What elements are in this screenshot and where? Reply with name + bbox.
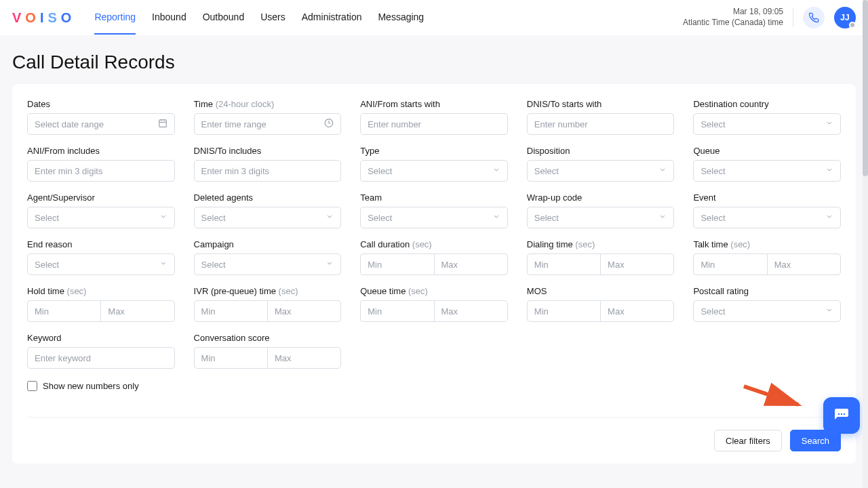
field-conv-score: Conversation score Min Max — [194, 333, 342, 369]
select-agent[interactable]: Select — [27, 207, 175, 228]
select-event[interactable]: Select — [693, 207, 841, 228]
input-call-duration-min[interactable]: Min — [360, 253, 433, 275]
input-mos-max[interactable]: Max — [600, 300, 674, 322]
input-dnis-starts[interactable]: Enter number — [527, 113, 675, 135]
input-conv-min[interactable]: Min — [194, 347, 267, 369]
svg-point-5 — [838, 413, 840, 415]
label-dest-country: Destination country — [693, 99, 841, 109]
input-queue-max[interactable]: Max — [434, 300, 508, 322]
calendar-icon — [158, 119, 167, 130]
field-mos: MOS Min Max — [527, 286, 675, 322]
clear-filters-button[interactable]: Clear filters — [714, 430, 782, 451]
select-postcall[interactable]: Select — [693, 300, 841, 322]
chevron-down-icon — [159, 213, 167, 223]
scrollbar-thumb[interactable] — [863, 0, 868, 176]
input-hold-max[interactable]: Max — [100, 300, 174, 322]
select-queue[interactable]: Select — [693, 160, 841, 182]
clock-datetime: Mar 18, 09:05 — [683, 7, 783, 18]
nav-outbound[interactable]: Outbound — [203, 1, 245, 35]
field-campaign: Campaign Select — [194, 239, 342, 275]
input-ani-starts[interactable]: Enter number — [360, 113, 508, 135]
filter-card: Dates Select date range Time (24-hour cl… — [12, 84, 856, 464]
select-campaign[interactable]: Select — [194, 253, 342, 275]
chevron-down-icon — [825, 213, 833, 223]
select-type[interactable]: Select — [360, 160, 508, 182]
field-agent: Agent/Supervisor Select — [27, 192, 175, 228]
field-keyword: Keyword Enter keyword — [27, 333, 175, 369]
checkbox-row: Show new numbers only — [27, 381, 841, 391]
field-hold-time: Hold time (sec) Min Max — [27, 286, 175, 322]
checkbox-label: Show new numbers only — [43, 381, 139, 391]
input-ivr-max[interactable]: Max — [267, 300, 341, 322]
field-queue-time: Queue time (sec) Min Max — [360, 286, 508, 322]
divider — [793, 8, 793, 27]
avatar[interactable]: JJ — [834, 7, 856, 28]
chevron-down-icon — [825, 166, 833, 176]
field-type: Type Select — [360, 146, 508, 182]
input-talk-min[interactable]: Min — [693, 253, 766, 275]
field-dialing-time: Dialing time (sec) Min Max — [527, 239, 675, 275]
chevron-down-icon — [658, 213, 667, 223]
actions: Clear filters Search — [27, 417, 841, 451]
nav-messaging[interactable]: Messaging — [378, 1, 424, 35]
label-time: Time (24-hour clock) — [194, 99, 342, 109]
nav-links: Reporting Inbound Outbound Users Adminis… — [94, 1, 424, 35]
nav-reporting[interactable]: Reporting — [94, 1, 136, 35]
chevron-down-icon — [326, 213, 334, 223]
label-dates: Dates — [27, 99, 175, 109]
phone-icon[interactable] — [803, 7, 825, 28]
clock-block: Mar 18, 09:05 Atlantic Time (Canada) tim… — [683, 7, 783, 28]
field-dnis-includes: DNIS/To includes Enter min 3 digits — [194, 146, 342, 182]
input-ani-includes[interactable]: Enter min 3 digits — [27, 160, 175, 182]
label-ani-starts: ANI/From starts with — [360, 99, 508, 109]
select-disposition[interactable]: Select — [527, 160, 675, 182]
scrollbar[interactable] — [863, 0, 868, 476]
chat-fab[interactable] — [823, 397, 860, 434]
field-wrapup: Wrap-up code Select — [527, 192, 675, 228]
input-ivr-min[interactable]: Min — [194, 300, 267, 322]
input-call-duration-max[interactable]: Max — [434, 253, 508, 275]
chevron-down-icon — [825, 306, 833, 317]
input-mos-min[interactable]: Min — [527, 300, 600, 322]
field-talk-time: Talk time (sec) Min Max — [693, 239, 841, 275]
input-dialing-max[interactable]: Max — [600, 253, 674, 275]
field-dates: Dates Select date range — [27, 99, 175, 135]
svg-rect-0 — [159, 120, 166, 127]
field-disposition: Disposition Select — [527, 146, 675, 182]
input-queue-min[interactable]: Min — [360, 300, 433, 322]
select-deleted-agents[interactable]: Select — [194, 207, 342, 228]
show-new-numbers-checkbox[interactable] — [27, 381, 37, 391]
chevron-down-icon — [492, 213, 500, 223]
select-dest-country[interactable]: Select — [693, 113, 841, 135]
nav-administration[interactable]: Administration — [302, 1, 362, 35]
input-dialing-min[interactable]: Min — [527, 253, 600, 275]
select-end-reason[interactable]: Select — [27, 253, 175, 275]
select-wrapup[interactable]: Select — [527, 207, 675, 228]
field-ani-includes: ANI/From includes Enter min 3 digits — [27, 146, 175, 182]
input-talk-max[interactable]: Max — [767, 253, 841, 275]
input-time[interactable]: Enter time range — [194, 113, 342, 135]
field-team: Team Select — [360, 192, 508, 228]
input-hold-min[interactable]: Min — [27, 300, 100, 322]
nav-inbound[interactable]: Inbound — [152, 1, 186, 35]
chevron-down-icon — [159, 260, 167, 270]
field-queue: Queue Select — [693, 146, 841, 182]
field-time: Time (24-hour clock) Enter time range — [194, 99, 342, 135]
nav-users[interactable]: Users — [260, 1, 285, 35]
field-deleted-agents: Deleted agents Select — [194, 192, 342, 228]
clock-tz: Atlantic Time (Canada) time — [683, 18, 783, 28]
input-keyword[interactable]: Enter keyword — [27, 347, 175, 369]
field-postcall: Postcall rating Select — [693, 286, 841, 322]
field-event: Event Select — [693, 192, 841, 228]
input-dnis-includes[interactable]: Enter min 3 digits — [194, 160, 342, 182]
top-nav: VOISO Reporting Inbound Outbound Users A… — [0, 0, 868, 35]
chevron-down-icon — [492, 166, 500, 176]
logo: VOISO — [12, 10, 75, 26]
status-dot — [849, 22, 856, 28]
field-dest-country: Destination country Select — [693, 99, 841, 135]
input-conv-max[interactable]: Max — [267, 347, 341, 369]
page-title: Call Detail Records — [0, 35, 868, 84]
select-team[interactable]: Select — [360, 207, 508, 228]
input-dates[interactable]: Select date range — [27, 113, 175, 135]
field-dnis-starts: DNIS/To starts with Enter number — [527, 99, 675, 135]
